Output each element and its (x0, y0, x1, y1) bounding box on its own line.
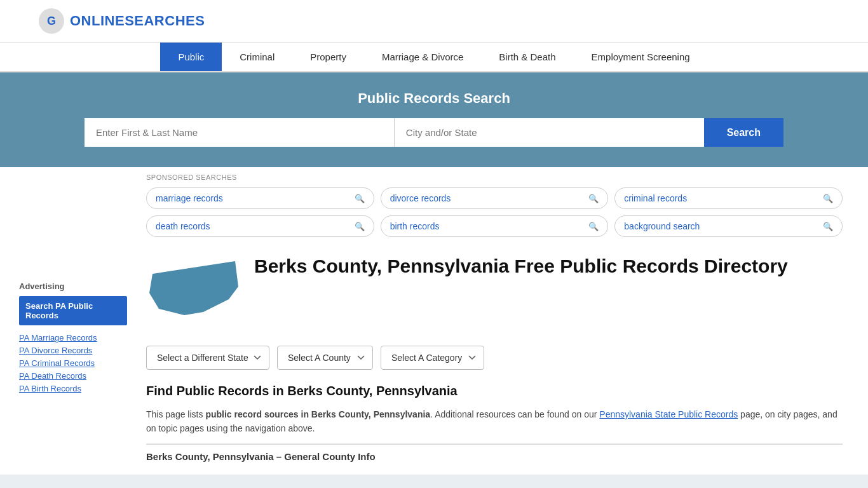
logo[interactable]: G ONLINESEARCHES (38, 8, 205, 34)
header: G ONLINESEARCHES (0, 0, 868, 43)
category-dropdown[interactable]: Select A Category (381, 346, 484, 370)
body-paragraph: This page lists public record sources in… (146, 407, 843, 436)
logo-icon: G (38, 8, 65, 34)
nav-item-criminal[interactable]: Criminal (222, 43, 292, 71)
pill-background-search[interactable]: background search 🔍 (614, 215, 843, 237)
hero-section: Public Records Search Search (0, 72, 868, 167)
name-input[interactable] (85, 118, 395, 147)
nav-item-property[interactable]: Property (292, 43, 364, 71)
pill-birth-records[interactable]: birth records 🔍 (381, 215, 609, 237)
search-icon: 🔍 (355, 194, 365, 203)
dropdowns-row: Select a Different State Select A County… (146, 346, 843, 370)
pill-label: death records (156, 221, 210, 231)
search-bar: Search (85, 118, 783, 147)
search-icon: 🔍 (355, 222, 365, 231)
pill-criminal-records[interactable]: criminal records 🔍 (614, 187, 843, 209)
page-heading: Berks County, Pennsylvania Free Public R… (254, 255, 788, 278)
body-text-1: This page lists (146, 409, 205, 419)
main-nav: Public Criminal Property Marriage & Divo… (0, 43, 868, 72)
location-input[interactable] (395, 118, 704, 147)
main-content: SPONSORED SEARCHES marriage records 🔍 di… (133, 167, 849, 475)
sidebar-link-criminal[interactable]: PA Criminal Records (19, 358, 127, 368)
nav-item-employment[interactable]: Employment Screening (574, 43, 708, 71)
pill-label: background search (624, 221, 700, 231)
sponsored-label: SPONSORED SEARCHES (146, 173, 843, 181)
search-icon: 🔍 (823, 194, 833, 203)
search-icon: 🔍 (588, 222, 599, 231)
pill-divorce-records[interactable]: divorce records 🔍 (381, 187, 609, 209)
sidebar-link-divorce[interactable]: PA Divorce Records (19, 346, 127, 355)
sidebar-ad-label: Advertising (19, 281, 127, 291)
content-wrap: Advertising Search PA Public Records PA … (0, 167, 868, 475)
pill-label: criminal records (624, 193, 687, 203)
sidebar: Advertising Search PA Public Records PA … (19, 167, 133, 475)
sidebar-link-marriage[interactable]: PA Marriage Records (19, 333, 127, 342)
svg-text:G: G (47, 15, 56, 27)
pill-label: birth records (390, 221, 440, 231)
search-button[interactable]: Search (704, 118, 783, 147)
section-divider (146, 444, 843, 445)
nav-item-public[interactable]: Public (160, 43, 222, 71)
pill-marriage-records[interactable]: marriage records 🔍 (146, 187, 374, 209)
pa-records-link[interactable]: Pennsylvania State Public Records (599, 409, 738, 419)
body-text-2: . Additional resources can be found on o… (430, 409, 599, 419)
search-icon: 🔍 (588, 194, 599, 203)
pill-label: divorce records (390, 193, 451, 203)
hero-title: Public Records Search (38, 90, 830, 107)
logo-text: ONLINESEARCHES (70, 13, 205, 29)
pill-label: marriage records (156, 193, 223, 203)
find-heading: Find Public Records in Berks County, Pen… (146, 384, 843, 398)
nav-item-marriage-divorce[interactable]: Marriage & Divorce (364, 43, 481, 71)
svg-marker-2 (149, 261, 238, 315)
section-bottom-label: Berks County, Pennsylvania – General Cou… (146, 451, 843, 462)
state-map-area: Berks County, Pennsylvania Free Public R… (146, 255, 843, 333)
sidebar-link-death[interactable]: PA Death Records (19, 371, 127, 381)
sponsored-grid: marriage records 🔍 divorce records 🔍 cri… (146, 187, 843, 237)
sidebar-ad-button[interactable]: Search PA Public Records (19, 296, 127, 325)
nav-item-birth-death[interactable]: Birth & Death (481, 43, 573, 71)
body-bold: public record sources in Berks County, P… (205, 409, 430, 419)
pill-death-records[interactable]: death records 🔍 (146, 215, 374, 237)
search-icon: 🔍 (823, 222, 833, 231)
state-dropdown[interactable]: Select a Different State (146, 346, 269, 370)
state-map (146, 255, 241, 333)
sidebar-link-birth[interactable]: PA Birth Records (19, 384, 127, 393)
county-dropdown[interactable]: Select A County (277, 346, 373, 370)
